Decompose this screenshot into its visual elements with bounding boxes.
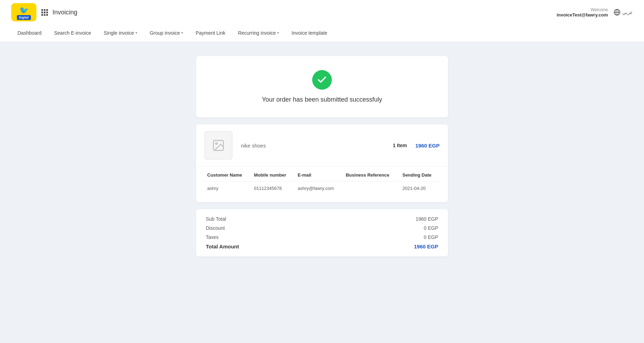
invoicing-label: Invoicing (52, 9, 77, 16)
sub-total-value: 1960 EGP (415, 216, 438, 222)
cell-business-ref (343, 181, 400, 195)
nav-item-single-invoice[interactable]: Single invoice ▾ (97, 25, 143, 42)
nav-payment-label: Payment Link (196, 30, 225, 36)
success-message: Your order has been submitted successful… (262, 96, 382, 103)
logo-bird-icon: 🐦 (19, 6, 29, 15)
order-header: nike shoes 1 Item 1960 EGP (196, 124, 448, 167)
col-customer-name: Customer Name (204, 167, 251, 181)
taxes-value: 0 EGP (424, 234, 438, 240)
table-body: ashry 01112345678 ashry@fawry.com 2021-0… (204, 181, 440, 195)
navbar: Dashboard Search E-invoice Single invoic… (0, 25, 644, 42)
nav-item-dashboard[interactable]: Dashboard (11, 25, 48, 42)
nav-search-label: Search E-invoice (54, 30, 91, 36)
discount-value: 0 EGP (424, 225, 438, 231)
col-mobile: Mobile number (251, 167, 295, 181)
nav-item-invoice-template[interactable]: Invoice template (285, 25, 334, 42)
svg-point-4 (216, 143, 217, 144)
totals-row-total: Total Amount 1960 EGP (206, 243, 438, 249)
language-switcher[interactable]: عربي (614, 9, 633, 16)
lang-label: عربي (622, 10, 633, 15)
cell-customer-name: ashry (204, 181, 251, 195)
customer-table-wrapper: Customer Name Mobile number E-mail Busin… (196, 167, 448, 202)
image-placeholder-icon (212, 139, 225, 152)
col-business-ref: Business Reference (343, 167, 400, 181)
main-content: Your order has been submitted successful… (196, 56, 448, 256)
header: 🐦 Digital Invoicing Welcome invoiceTest@… (0, 0, 644, 25)
welcome-block: Welcome invoiceTest@fawry.com (556, 7, 608, 18)
sub-total-label: Sub Total (206, 216, 226, 222)
product-price: 1960 EGP (415, 143, 440, 149)
success-icon (312, 70, 332, 90)
col-email: E-mail (295, 167, 343, 181)
welcome-text: Welcome (556, 7, 608, 12)
grid-icon (41, 9, 48, 16)
chevron-down-icon: ▾ (277, 31, 279, 35)
logo-digital-label: Digital (17, 15, 31, 20)
nav-item-group-invoice[interactable]: Group invoice ▾ (144, 25, 189, 42)
product-items-count: 1 Item (393, 143, 407, 148)
total-label: Total Amount (206, 243, 239, 249)
totals-card: Sub Total 1960 EGP Discount 0 EGP Taxes … (196, 209, 448, 256)
cell-mobile: 01112345678 (251, 181, 295, 195)
header-right: Welcome invoiceTest@fawry.com عربي (556, 7, 633, 18)
success-card: Your order has been submitted successful… (196, 56, 448, 117)
product-image (204, 131, 232, 159)
header-left: 🐦 Digital Invoicing (11, 3, 77, 21)
user-email: invoiceTest@fawry.com (556, 12, 608, 18)
nav-single-label: Single invoice (104, 30, 134, 36)
col-sending-date: Sending Date (400, 167, 440, 181)
total-amount-value: 1960 EGP (414, 243, 438, 249)
totals-row-discount: Discount 0 EGP (206, 225, 438, 231)
globe-icon (614, 9, 621, 16)
table-header: Customer Name Mobile number E-mail Busin… (204, 167, 440, 181)
nav-item-recurring-invoice[interactable]: Recurring invoice ▾ (232, 25, 285, 42)
cell-email: ashry@fawry.com (295, 181, 343, 195)
checkmark-icon (317, 75, 327, 85)
chevron-down-icon: ▾ (135, 31, 137, 35)
cell-sending-date: 2021-04-20 (400, 181, 440, 195)
order-card: nike shoes 1 Item 1960 EGP Customer Name… (196, 124, 448, 202)
chevron-down-icon: ▾ (181, 31, 183, 35)
nav-item-payment-link[interactable]: Payment Link (189, 25, 232, 42)
product-name: nike shoes (241, 143, 384, 149)
table-row: ashry 01112345678 ashry@fawry.com 2021-0… (204, 181, 440, 195)
nav-recurring-label: Recurring invoice (238, 30, 276, 36)
totals-row-subtotal: Sub Total 1960 EGP (206, 216, 438, 222)
totals-row-taxes: Taxes 0 EGP (206, 234, 438, 240)
nav-template-label: Invoice template (292, 30, 327, 36)
nav-item-search-einvoice[interactable]: Search E-invoice (48, 25, 98, 42)
discount-label: Discount (206, 225, 225, 231)
customer-table: Customer Name Mobile number E-mail Busin… (204, 167, 440, 195)
fawry-logo: 🐦 Digital (11, 3, 36, 21)
nav-group-label: Group invoice (150, 30, 180, 36)
nav-dashboard-label: Dashboard (18, 30, 42, 36)
taxes-label: Taxes (206, 234, 219, 240)
